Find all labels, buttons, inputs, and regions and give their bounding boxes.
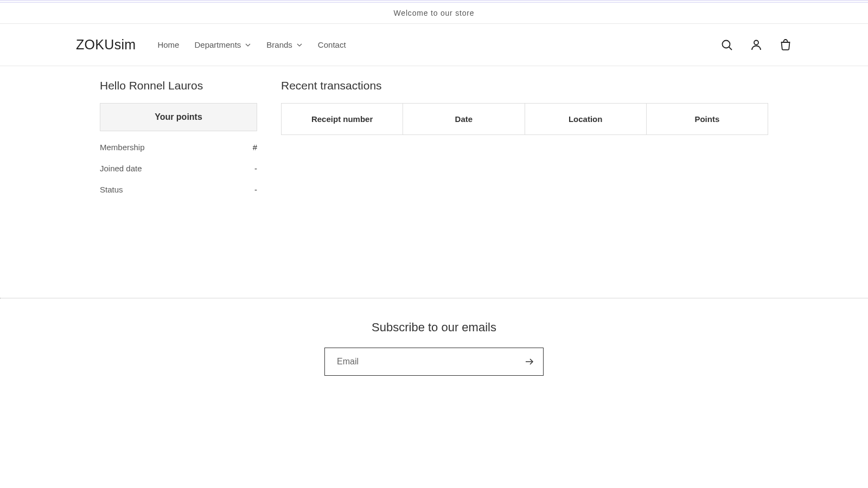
nav-contact-label: Contact (318, 40, 346, 49)
membership-label: Membership (100, 143, 145, 152)
transactions-table: Receipt number Date Location Points (281, 103, 768, 135)
status-label: Status (100, 185, 123, 194)
email-subscribe-form (324, 348, 544, 376)
svg-line-1 (729, 47, 732, 49)
points-box: Your points (100, 103, 257, 131)
main-content: Hello Ronnel Lauros Your points Membersh… (0, 66, 868, 298)
points-label: Your points (155, 112, 202, 121)
cart-icon[interactable] (779, 38, 792, 52)
search-icon[interactable] (720, 38, 733, 52)
nav-brands-label: Brands (266, 40, 292, 49)
announcement-bar: Welcome to our store (0, 3, 868, 24)
transactions-title: Recent transactions (281, 79, 768, 92)
site-logo[interactable]: ZOKUsim (76, 37, 136, 53)
chevron-down-icon (296, 42, 303, 48)
email-input[interactable] (325, 348, 516, 375)
newsletter-title: Subscribe to our emails (0, 320, 868, 335)
nav-departments[interactable]: Departments (194, 40, 251, 49)
joined-date-row: Joined date - (100, 158, 257, 179)
chevron-down-icon (245, 42, 251, 48)
announcement-text: Welcome to our store (394, 9, 475, 17)
header-icons (720, 38, 792, 52)
column-points: Points (646, 104, 768, 135)
nav-home[interactable]: Home (157, 40, 179, 49)
main-navigation: Home Departments Brands Contact (157, 40, 720, 49)
svg-point-0 (723, 40, 730, 48)
greeting-text: Hello Ronnel Lauros (100, 79, 257, 92)
table-header-row: Receipt number Date Location Points (282, 104, 768, 135)
transactions-section: Recent transactions Receipt number Date … (281, 79, 768, 200)
account-icon[interactable] (750, 38, 763, 52)
column-location: Location (525, 104, 646, 135)
status-row: Status - (100, 179, 257, 200)
email-submit-button[interactable] (516, 348, 543, 375)
status-value: - (254, 185, 257, 194)
nav-departments-label: Departments (194, 40, 241, 49)
column-receipt: Receipt number (282, 104, 403, 135)
site-footer: Subscribe to our emails (0, 299, 868, 397)
site-header: ZOKUsim Home Departments Brands Contact (0, 24, 868, 66)
nav-home-label: Home (157, 40, 179, 49)
nav-contact[interactable]: Contact (318, 40, 346, 49)
joined-date-label: Joined date (100, 164, 142, 173)
account-sidebar: Hello Ronnel Lauros Your points Membersh… (100, 79, 257, 200)
joined-date-value: - (254, 164, 257, 173)
membership-row: Membership # (100, 137, 257, 158)
svg-point-2 (754, 40, 758, 44)
membership-value: # (253, 143, 257, 152)
column-date: Date (403, 104, 525, 135)
nav-brands[interactable]: Brands (266, 40, 303, 49)
arrow-right-icon (524, 356, 535, 367)
